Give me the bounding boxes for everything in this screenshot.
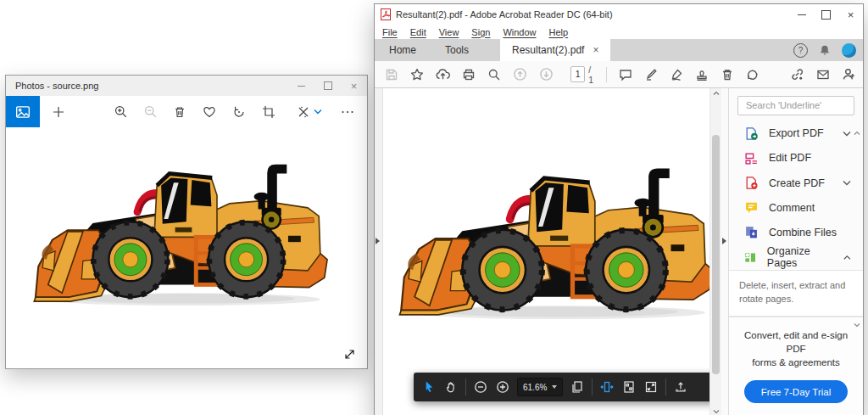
fountain-pen-icon [670, 68, 683, 81]
scrolling-view-button[interactable] [599, 379, 615, 395]
more-icon [341, 105, 354, 119]
delete-pages-button[interactable] [721, 67, 734, 81]
copy-pages-button[interactable] [570, 379, 585, 395]
share-link-button[interactable] [790, 67, 804, 81]
tool-label: Comment [769, 202, 815, 214]
hand-tool-button[interactable] [443, 379, 459, 395]
photos-window-title: Photos - source.png [6, 81, 288, 91]
scroll-down-icon[interactable] [713, 409, 720, 414]
help-icon[interactable]: ? [793, 43, 808, 58]
create-pdf-icon [744, 176, 759, 190]
tab-document[interactable]: Resultant(2).pdf × [500, 39, 610, 61]
print-button[interactable] [462, 67, 476, 81]
scrollbar-thumb[interactable] [712, 135, 720, 374]
more-button[interactable] [340, 104, 355, 120]
menu-window[interactable]: Window [503, 27, 536, 37]
maximize-button[interactable] [314, 76, 341, 96]
zoom-out-button[interactable] [142, 104, 158, 120]
source-image-wheel-loader [31, 154, 331, 319]
maximize-button[interactable] [814, 4, 838, 25]
tool-label: Create PDF [769, 177, 825, 189]
edit-create-button[interactable] [296, 104, 311, 120]
printer-icon [462, 68, 476, 81]
edit-create-dropdown[interactable] [313, 104, 323, 120]
zoom-out-button[interactable] [473, 379, 488, 395]
menu-sign[interactable]: Sign [471, 27, 490, 37]
acrobat-tabbar: Home Tools Resultant(2).pdf × ? [375, 39, 863, 61]
panel-scroll-up-icon[interactable] [854, 131, 860, 136]
expand-image-button[interactable] [343, 348, 356, 361]
document-scrollbar[interactable] [709, 88, 721, 415]
tool-export-pdf[interactable]: Export PDF [729, 121, 863, 146]
minimize-button[interactable] [789, 4, 814, 25]
tools-search-box[interactable] [737, 96, 854, 115]
tab-close-button[interactable]: × [593, 44, 598, 56]
tool-edit-pdf[interactable]: Edit PDF [729, 146, 863, 171]
plus-icon [52, 105, 65, 119]
see-all-photos-button[interactable] [6, 96, 40, 127]
bell-icon[interactable] [819, 44, 831, 57]
pdf-page-view[interactable]: 61.6% [383, 88, 709, 415]
minimize-button[interactable] [288, 76, 314, 96]
page-number-input[interactable]: 1 [570, 66, 585, 82]
rotate-button[interactable] [231, 104, 247, 120]
tool-comment[interactable]: Comment [729, 195, 863, 220]
acrobat-window-title: Resultant(2).pdf - Adobe Acrobat Reader … [391, 9, 789, 20]
favorite-button[interactable] [202, 104, 217, 120]
rotate-pages-button[interactable] [746, 67, 760, 81]
acrobat-titlebar[interactable]: Resultant(2).pdf - Adobe Acrobat Reader … [375, 4, 863, 25]
menu-help[interactable]: Help [549, 27, 569, 37]
find-button[interactable] [487, 67, 501, 81]
next-page-button[interactable] [539, 67, 554, 81]
fill-sign-button[interactable] [670, 67, 683, 81]
combine-files-icon [744, 225, 759, 239]
share-upload-button[interactable] [673, 379, 688, 395]
stamp-button[interactable] [695, 67, 709, 81]
zoom-level-dropdown[interactable]: 61.6% [517, 378, 563, 396]
tools-search-input[interactable] [744, 99, 848, 111]
photos-window: Photos - source.png × [5, 75, 368, 369]
photos-titlebar[interactable]: Photos - source.png × [6, 76, 367, 96]
crop-icon [262, 105, 275, 119]
menu-view[interactable]: View [439, 27, 459, 37]
heart-icon [203, 105, 216, 119]
free-trial-button[interactable]: Free 7-Day Trial [744, 380, 848, 403]
scroll-up-icon[interactable] [713, 91, 720, 96]
share-cloud-button[interactable] [436, 67, 450, 81]
page-view-button[interactable] [621, 379, 637, 395]
save-button[interactable] [385, 67, 398, 81]
tool-organize-pages[interactable]: Organize Pages [729, 245, 863, 270]
avatar[interactable] [842, 43, 856, 58]
panel-scroll-down-icon[interactable] [854, 322, 860, 328]
menu-edit[interactable]: Edit [410, 27, 426, 37]
minimize-icon [798, 14, 806, 15]
photos-image-viewer[interactable] [6, 127, 367, 368]
add-user-button[interactable] [842, 67, 856, 81]
fullscreen-button[interactable] [643, 379, 659, 395]
menu-file[interactable]: File [382, 27, 398, 37]
tab-tools[interactable]: Tools [431, 39, 483, 61]
star-button[interactable] [410, 67, 424, 81]
close-icon: × [848, 8, 854, 21]
highlight-button[interactable] [644, 67, 658, 81]
close-button[interactable]: × [838, 4, 863, 25]
add-button[interactable] [51, 104, 66, 120]
promo-text-line1: Convert, edit and e-sign PDF [736, 328, 856, 356]
previous-page-button[interactable] [513, 67, 527, 81]
email-button[interactable] [816, 67, 830, 81]
comment-button[interactable] [619, 67, 632, 81]
collapse-tools-panel-icon[interactable] [722, 238, 726, 244]
zoom-in-button[interactable] [113, 104, 128, 120]
tab-home[interactable]: Home [375, 39, 431, 61]
zoom-in-button[interactable] [495, 379, 510, 395]
delete-button[interactable] [172, 104, 187, 120]
save-icon [385, 68, 398, 81]
tool-create-pdf[interactable]: Create PDF [729, 171, 863, 195]
select-tool-button[interactable] [421, 379, 437, 395]
page-up-icon [513, 67, 527, 81]
close-button[interactable]: × [341, 76, 367, 96]
crop-button[interactable] [261, 104, 276, 120]
tool-combine-files[interactable]: Combine Files [729, 220, 863, 244]
chevron-down-icon [843, 180, 851, 186]
expand-left-panel-icon[interactable] [376, 238, 380, 244]
